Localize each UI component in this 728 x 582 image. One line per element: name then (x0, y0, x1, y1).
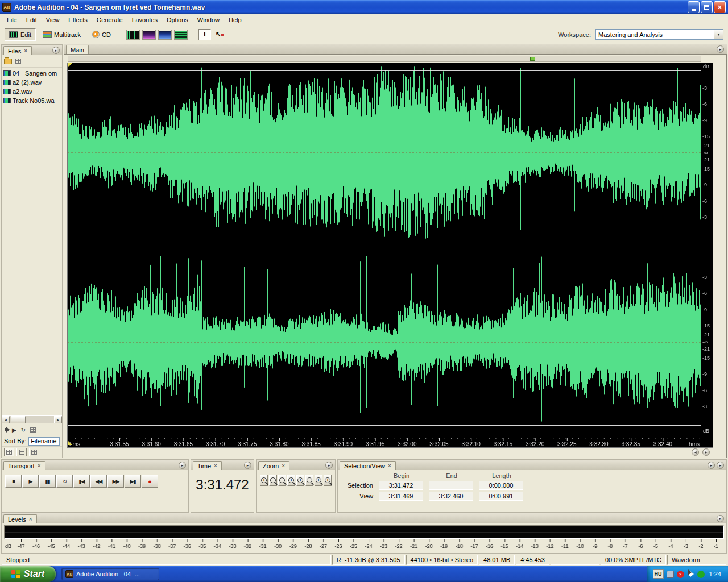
language-indicator[interactable]: HU (653, 569, 664, 579)
selection-begin-field[interactable]: 3:31.472 (379, 481, 423, 490)
scroll-left-icon[interactable]: ◄ (2, 416, 10, 423)
scroll-right-icon[interactable]: ► (54, 416, 62, 423)
taskbar-app-button[interactable]: Au Adobe Audition - 04 -... (61, 568, 159, 580)
panel-menu-button[interactable]: ▸ (708, 462, 715, 469)
selection-view-tab[interactable]: Selection/View × (340, 461, 396, 470)
panel-menu-button[interactable]: ▸ (717, 515, 724, 522)
zoom-to-selection-button[interactable]: + (287, 475, 295, 486)
close-icon[interactable]: × (214, 463, 217, 469)
zoom-left-edge-button[interactable]: + (315, 475, 322, 486)
main-tab[interactable]: Main (66, 45, 89, 54)
panel-menu-button[interactable]: ▸ (717, 45, 724, 53)
amplitude-scale[interactable]: dB dB -3-6-9-15-21-∞-21-15-9-6-3-3-6-9-1… (701, 63, 713, 447)
restore-button[interactable] (701, 1, 713, 13)
view-scroll-left-button[interactable]: ◄ (692, 448, 699, 456)
files-horizontal-scrollbar[interactable]: ◄ ► (2, 415, 62, 423)
display-tray-icon[interactable] (667, 571, 674, 578)
panel-menu-button[interactable]: ▸ (179, 462, 186, 469)
selection-marker-bottom[interactable] (68, 441, 72, 445)
multitrack-view-button[interactable]: Multitrack (38, 28, 85, 41)
selection-end-field[interactable] (429, 481, 473, 490)
scrollbar-thumb[interactable] (11, 416, 26, 423)
view-length-field[interactable]: 0:00.991 (479, 492, 523, 501)
rewind-button[interactable]: ◀◀ (90, 475, 107, 488)
timeline-ruler[interactable] (68, 438, 701, 447)
preview-play-button[interactable]: ▶ (12, 427, 16, 433)
file-item[interactable]: a2.wav (2, 87, 62, 96)
time-selection-tool-button[interactable]: I (198, 29, 211, 40)
messenger-tray-icon[interactable] (697, 571, 705, 578)
zoom-in-vertical-button[interactable]: + (296, 475, 304, 486)
stop-button[interactable]: ■ (5, 475, 22, 488)
preview-options-icon[interactable] (30, 427, 36, 433)
view-scroll-right-button[interactable]: ► (702, 448, 710, 456)
menu-item-favorites[interactable]: Favorites (127, 15, 162, 25)
sort-by-select[interactable]: Filename (28, 437, 60, 446)
zoom-out-full-button[interactable]: − (278, 475, 286, 486)
close-icon[interactable]: × (388, 463, 391, 469)
go-to-beginning-button[interactable]: ▮◀ (73, 475, 90, 488)
levels-tab[interactable]: Levels × (3, 514, 37, 523)
file-item[interactable]: 04 - Sangen om (2, 69, 62, 78)
file-item[interactable]: a2 (2).wav (2, 78, 62, 87)
show-favorites-button[interactable] (29, 448, 39, 456)
waveform-left-channel[interactable] (68, 63, 701, 242)
import-file-icon[interactable] (4, 59, 12, 64)
show-effects-button[interactable] (16, 448, 27, 456)
security-alert-tray-icon[interactable]: × (677, 571, 684, 578)
play-button[interactable]: ▶ (22, 475, 39, 488)
menu-item-help[interactable]: Help (224, 15, 246, 25)
waveform-pan-scrollbar[interactable] (68, 56, 701, 62)
spectral-frequency-display-button[interactable] (142, 30, 156, 40)
scrollbar-track[interactable] (10, 416, 54, 423)
preview-loop-button[interactable]: ↻ (21, 427, 26, 433)
scrub-tool-button[interactable]: ↖ (213, 29, 226, 40)
menu-item-file[interactable]: File (2, 15, 22, 25)
files-tab[interactable]: Files × (3, 46, 32, 55)
panel-maximize-button[interactable]: ▸ (717, 462, 724, 469)
view-end-field[interactable]: 3:32.460 (429, 492, 473, 501)
panel-menu-button[interactable]: ▸ (325, 462, 333, 469)
cd-view-button[interactable]: CD (88, 28, 115, 41)
waveform-right-channel[interactable] (68, 252, 701, 431)
pan-scrollbar-thumb[interactable] (530, 57, 535, 61)
close-icon[interactable]: × (282, 463, 285, 469)
menu-item-options[interactable]: Options (162, 15, 193, 25)
view-begin-field[interactable]: 3:31.469 (379, 492, 423, 501)
workspace-select[interactable]: Mastering and Analysis ▼ (595, 29, 723, 40)
panel-menu-button[interactable]: ▸ (244, 462, 251, 469)
minimize-button[interactable] (688, 1, 700, 13)
taskbar-clock[interactable]: 1:24 (709, 571, 721, 577)
selection-marker-top[interactable] (68, 63, 72, 67)
menu-item-edit[interactable]: Edit (22, 15, 42, 25)
menu-item-effects[interactable]: Effects (64, 15, 92, 25)
start-button[interactable]: Start (0, 566, 56, 582)
menu-item-generate[interactable]: Generate (92, 15, 127, 25)
file-item[interactable]: Track No05.wa (2, 96, 62, 105)
close-icon[interactable]: × (38, 463, 41, 469)
waveform-display-button[interactable] (126, 30, 140, 40)
zoom-out-vertical-button[interactable]: − (305, 475, 313, 486)
close-button[interactable]: × (714, 1, 726, 13)
preview-volume-icon[interactable] (5, 428, 7, 431)
level-meter[interactable] (4, 525, 724, 539)
zoom-tab[interactable]: Zoom × (258, 461, 289, 470)
menu-item-window[interactable]: Window (193, 15, 224, 25)
close-icon[interactable]: × (29, 517, 32, 522)
time-tab[interactable]: Time × (193, 461, 222, 470)
spectral-pan-display-button[interactable] (158, 30, 172, 40)
go-to-end-button[interactable]: ▶▮ (125, 475, 141, 488)
close-icon[interactable]: × (24, 48, 27, 54)
spectral-phase-display-button[interactable] (174, 30, 188, 40)
zoom-out-horizontal-button[interactable]: − (269, 475, 277, 486)
title-bar[interactable]: Au Adobe Audition - 04 - Sangen om fyret… (0, 0, 728, 14)
zoom-right-edge-button[interactable]: + (324, 475, 332, 486)
play-looped-button[interactable]: ↻ (56, 475, 73, 488)
files-options-icon[interactable] (15, 59, 21, 64)
fast-forward-button[interactable]: ▶▶ (107, 475, 124, 488)
volume-tray-icon[interactable] (687, 571, 694, 578)
panel-menu-button[interactable]: ▸ (52, 47, 60, 54)
chevron-down-icon[interactable]: ▼ (714, 30, 723, 39)
show-file-types-button[interactable] (4, 448, 14, 456)
edit-view-button[interactable]: Edit (5, 28, 36, 41)
